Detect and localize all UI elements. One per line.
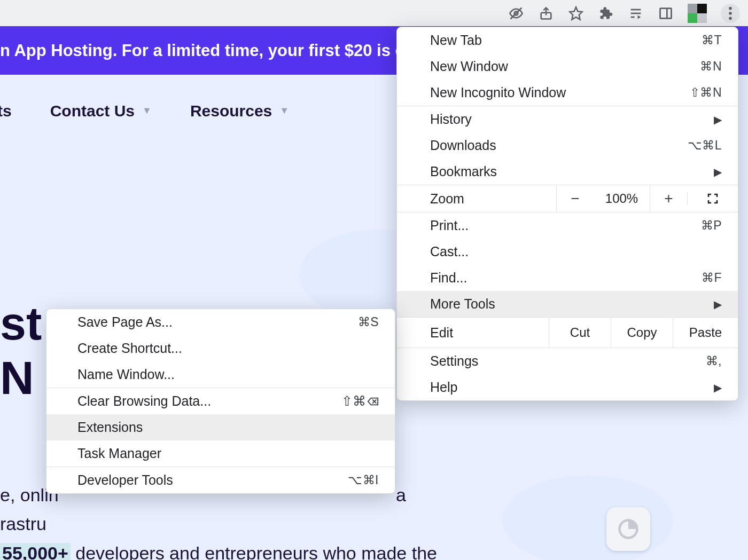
shortcut: ⌘, xyxy=(706,354,722,368)
svg-point-10 xyxy=(729,12,732,15)
menu-more-tools[interactable]: More Tools▶ xyxy=(397,291,738,317)
menu-cast[interactable]: Cast... xyxy=(397,239,738,265)
menu-find[interactable]: Find...⌘F xyxy=(397,265,738,291)
shortcut: ⌥⌘L xyxy=(688,138,722,153)
browser-toolbar xyxy=(0,0,748,26)
menu-new-incognito[interactable]: New Incognito Window⇧⌘N xyxy=(397,80,738,106)
menu-settings[interactable]: Settings⌘, xyxy=(397,348,738,374)
submenu-developer-tools[interactable]: Developer Tools⌥⌘I xyxy=(46,467,395,493)
shortcut: ⌥⌘I xyxy=(348,473,379,487)
floating-widget-button[interactable] xyxy=(606,507,650,551)
svg-point-11 xyxy=(729,17,732,20)
chrome-main-menu: New Tab⌘T New Window⌘N New Incognito Win… xyxy=(396,27,738,401)
menu-new-tab[interactable]: New Tab⌘T xyxy=(397,27,738,53)
chevron-right-icon: ▶ xyxy=(714,298,722,311)
extensions-puzzle-icon[interactable] xyxy=(598,5,614,21)
side-panel-icon[interactable] xyxy=(658,5,674,21)
hero-headline: st N xyxy=(0,299,42,403)
menu-help[interactable]: Help▶ xyxy=(397,374,738,400)
nav-item-resources[interactable]: Resources▼ xyxy=(190,102,289,120)
caret-down-icon: ▼ xyxy=(279,105,289,116)
svg-point-9 xyxy=(729,6,732,10)
caret-down-icon: ▼ xyxy=(142,105,152,116)
submenu-create-shortcut[interactable]: Create Shortcut... xyxy=(46,335,395,361)
submenu-clear-browsing-data[interactable]: Clear Browsing Data... ⇧⌘ xyxy=(46,388,395,414)
media-controls-icon[interactable] xyxy=(628,5,644,21)
profile-avatar[interactable] xyxy=(688,4,707,23)
menu-history[interactable]: History▶ xyxy=(397,106,738,132)
menu-edit-row: Edit Cut Copy Paste xyxy=(397,317,738,348)
edit-label: Edit xyxy=(397,318,549,348)
zoom-out-button[interactable]: − xyxy=(556,185,594,212)
zoom-in-button[interactable]: + xyxy=(650,185,687,212)
shortcut: ⌘N xyxy=(700,59,722,74)
shortcut: ⌘T xyxy=(702,33,722,48)
shortcut: ⌘S xyxy=(358,315,379,329)
nav-item-partial[interactable]: ents xyxy=(0,102,12,120)
edit-cut-button[interactable]: Cut xyxy=(549,318,611,348)
menu-downloads[interactable]: Downloads⌥⌘L xyxy=(397,132,738,159)
svg-marker-3 xyxy=(570,7,582,19)
submenu-name-window[interactable]: Name Window... xyxy=(46,361,395,388)
nav-item-contact[interactable]: Contact Us▼ xyxy=(50,102,152,120)
chevron-right-icon: ▶ xyxy=(714,113,722,126)
chevron-right-icon: ▶ xyxy=(714,165,722,178)
menu-print[interactable]: Print...⌘P xyxy=(397,212,738,239)
edit-paste-button[interactable]: Paste xyxy=(673,318,738,348)
submenu-task-manager[interactable]: Task Manager xyxy=(46,440,395,467)
promo-banner-text: n App Hosting. For a limited time, your … xyxy=(0,41,444,60)
chevron-right-icon: ▶ xyxy=(714,381,722,394)
menu-bookmarks[interactable]: Bookmarks▶ xyxy=(397,159,738,185)
chrome-menu-button[interactable] xyxy=(721,4,740,23)
submenu-extensions[interactable]: Extensions xyxy=(46,414,395,440)
shortcut: ⇧⌘N xyxy=(690,85,722,100)
menu-new-window[interactable]: New Window⌘N xyxy=(397,53,738,80)
menu-zoom-row: Zoom − 100% + xyxy=(397,185,738,212)
shortcut: ⌘F xyxy=(702,271,722,285)
share-icon[interactable] xyxy=(538,5,554,21)
highlight-count: 55,000+ xyxy=(0,543,71,560)
shortcut: ⇧⌘ xyxy=(341,393,379,409)
hide-tracking-icon[interactable] xyxy=(508,5,524,21)
zoom-label: Zoom xyxy=(397,185,556,212)
shortcut: ⌘P xyxy=(701,218,722,233)
zoom-value: 100% xyxy=(594,185,650,212)
chrome-more-tools-submenu: Save Page As...⌘S Create Shortcut... Nam… xyxy=(46,309,395,494)
star-icon[interactable] xyxy=(568,5,584,21)
fullscreen-button[interactable] xyxy=(687,192,738,205)
edit-copy-button[interactable]: Copy xyxy=(611,318,673,348)
submenu-save-page[interactable]: Save Page As...⌘S xyxy=(46,309,395,335)
